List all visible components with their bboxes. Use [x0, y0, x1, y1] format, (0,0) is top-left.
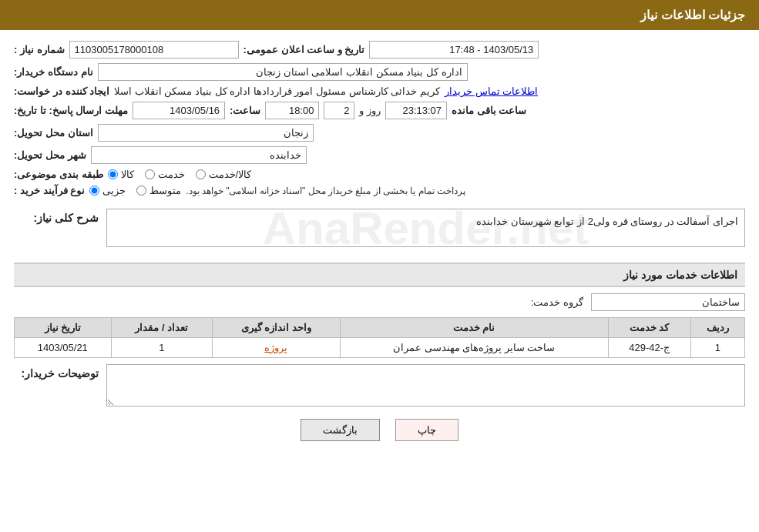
ijad-label: ایجاد کننده در خواست: — [14, 85, 109, 97]
shomara-row: 1403/05/13 - 17:48 تاریخ و ساعت اعلان عم… — [14, 41, 745, 59]
back-button[interactable]: بازگشت — [301, 419, 380, 441]
mohlat-roz-label: روز و — [359, 105, 381, 116]
khadamat-title: اطلاعات خدمات مورد نیاز — [14, 263, 745, 287]
page-header: جزئیات اطلاعات نیاز — [0, 0, 759, 30]
table-header-row: ردیف کد خدمت نام خدمت واحد اندازه گیری ت… — [15, 318, 745, 338]
nooe-radio-group: متوسط جزیی — [89, 185, 181, 196]
gorooh-row: ساختمان گروه خدمت: — [14, 293, 745, 311]
cell-nam: ساخت سایر پروژه‌های مهندسی عمران — [340, 338, 608, 358]
ostan-label: استان محل تحویل: — [14, 127, 93, 139]
tabaqe-khadamat-item: خدمت — [145, 169, 185, 180]
mohlat-saat-label: ساعت: — [230, 105, 260, 116]
mohlat-remaining: 23:13:07 — [385, 102, 447, 119]
tarikh-label: تاریخ و ساعت اعلان عمومی: — [243, 44, 365, 55]
sharh-label: شرح کلی نیاز: — [14, 201, 99, 224]
sharh-value: اجرای آسفالت در روستای قره ولی2 از توابع… — [106, 209, 745, 247]
ostan-row: زنجان استان محل تحویل: — [14, 124, 745, 142]
table-body: 1 ج-42-429 ساخت سایر پروژه‌های مهندسی عم… — [15, 338, 745, 358]
table-row: 1 ج-42-429 ساخت سایر پروژه‌های مهندسی عم… — [15, 338, 745, 358]
tozihat-section: توضیحات خریدار: — [14, 364, 745, 407]
tabaqe-kala-label: کالا — [121, 169, 134, 180]
tabaqe-row: کالا/خدمت خدمت کالا طبقه بندی موضوعی: — [14, 169, 745, 180]
sharh-section: AnaRender.net اجرای آسفالت در روستای قره… — [14, 201, 745, 255]
print-button[interactable]: چاپ — [395, 419, 458, 441]
cell-radif: 1 — [690, 338, 744, 358]
col-vahed: واحد اندازه گیری — [213, 318, 341, 338]
vahed-link[interactable]: پروژه — [264, 342, 287, 353]
contact-link[interactable]: اطلاعات تماس خریدار — [445, 85, 538, 97]
page-wrapper: جزئیات اطلاعات نیاز 1403/05/13 - 17:48 ت… — [0, 0, 759, 532]
tabaqe-kala-khadamat-item: کالا/خدمت — [196, 169, 252, 180]
col-tarikh: تاریخ نیاز — [15, 318, 112, 338]
tabaqe-kala-radio[interactable] — [108, 169, 118, 179]
col-nam: نام خدمت — [340, 318, 608, 338]
tabaqe-khadamat-label: خدمت — [158, 169, 185, 180]
nooe-jozii-item: جزیی — [89, 185, 126, 196]
cell-tedad: 1 — [111, 338, 212, 358]
mohlat-date: 1403/05/16 — [133, 102, 225, 119]
dastgah-label: نام دستگاه خریدار: — [14, 66, 93, 78]
nooe-motavaset-label: متوسط — [149, 185, 181, 196]
sharh-content: AnaRender.net اجرای آسفالت در روستای قره… — [106, 201, 745, 255]
shomara-label: شماره نیاز : — [14, 44, 65, 55]
tarikh-value: 1403/05/13 - 17:48 — [369, 41, 539, 59]
tabaqe-khadamat-radio[interactable] — [145, 169, 155, 179]
page-title: جزئیات اطلاعات نیاز — [640, 8, 745, 22]
nooe-motavaset-item: متوسط — [136, 185, 181, 196]
nooe-jozii-radio[interactable] — [89, 186, 99, 196]
mohlat-remaining-label: ساعت باقی مانده — [452, 105, 526, 116]
tozihat-label: توضیحات خریدار: — [14, 364, 99, 380]
gorooh-label: گروه خدمت: — [531, 296, 583, 308]
nooe-motavaset-radio[interactable] — [136, 186, 146, 196]
ostan-value: زنجان — [98, 124, 314, 142]
cell-kod: ج-42-429 — [608, 338, 690, 358]
nooe-label: نوع فرآیند خرید : — [14, 185, 85, 196]
dastgah-value: اداره کل بنیاد مسکن انقلاب اسلامی استان … — [98, 63, 468, 81]
tabaqe-kala-item: کالا — [108, 169, 134, 180]
mohlat-saat: 18:00 — [265, 102, 319, 119]
shahr-row: خدابنده شهر محل تحویل: — [14, 146, 745, 164]
shomara-value: 1103005178000108 — [69, 41, 239, 59]
tabaqe-kala-khadamat-radio[interactable] — [196, 169, 206, 179]
mohlat-row: ساعت باقی مانده 23:13:07 روز و 2 18:00 س… — [14, 102, 745, 119]
tabaqe-kala-khadamat-label: کالا/خدمت — [209, 169, 252, 180]
col-kod: کد خدمت — [608, 318, 690, 338]
table-header: ردیف کد خدمت نام خدمت واحد اندازه گیری ت… — [15, 318, 745, 338]
ijad-value: کریم خدائی کارشناس مسئول امور قراردادها … — [114, 85, 440, 97]
content-area: 1403/05/13 - 17:48 تاریخ و ساعت اعلان عم… — [0, 30, 759, 467]
watermark-area: AnaRender.net اجرای آسفالت در روستای قره… — [106, 201, 745, 255]
tabaqe-radio-group: کالا/خدمت خدمت کالا — [108, 169, 252, 180]
ijad-row: اطلاعات تماس خریدار کریم خدائی کارشناس م… — [14, 85, 745, 97]
dastgah-row: اداره کل بنیاد مسکن انقلاب اسلامی استان … — [14, 63, 745, 81]
cell-vahed: پروژه — [213, 338, 341, 358]
services-table: ردیف کد خدمت نام خدمت واحد اندازه گیری ت… — [14, 317, 745, 358]
cell-tarikh: 1403/05/21 — [15, 338, 112, 358]
shahr-value: خدابنده — [91, 146, 307, 164]
nooe-note: پرداخت تمام یا بخشی از مبلغ خریداز محل "… — [186, 186, 465, 196]
nooe-jozii-label: جزیی — [102, 185, 126, 196]
button-row: چاپ بازگشت — [14, 419, 745, 457]
tabaqe-label: طبقه بندی موضوعی: — [14, 169, 103, 180]
tozihat-textarea[interactable] — [106, 364, 745, 407]
col-tedad: تعداد / مقدار — [111, 318, 212, 338]
gorooh-value: ساختمان — [591, 293, 745, 311]
mohlat-roz: 2 — [324, 102, 354, 119]
nooe-row: پرداخت تمام یا بخشی از مبلغ خریداز محل "… — [14, 185, 745, 196]
mohlat-label: مهلت ارسال پاسخ: تا تاریخ: — [14, 105, 128, 116]
shahr-label: شهر محل تحویل: — [14, 149, 86, 161]
col-radif: ردیف — [690, 318, 744, 338]
